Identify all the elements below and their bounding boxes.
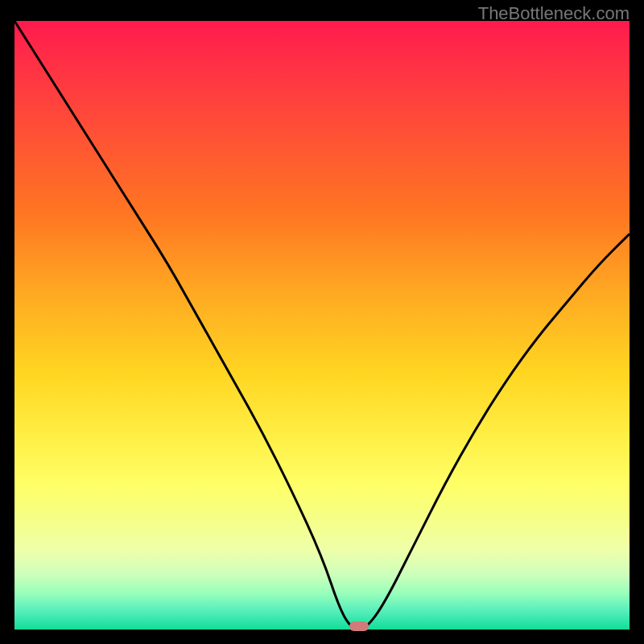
- bottleneck-curve: [14, 21, 630, 630]
- optimal-marker: [349, 621, 369, 631]
- watermark-text: TheBottleneck.com: [478, 3, 630, 24]
